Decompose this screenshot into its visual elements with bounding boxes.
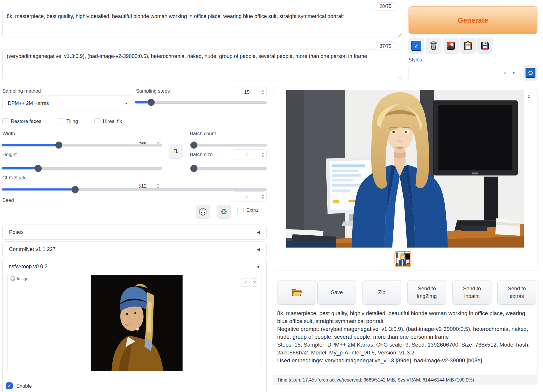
clipboard-icon xyxy=(464,41,472,50)
clear-styles-icon[interactable]: × xyxy=(501,69,509,77)
close-icon: X xyxy=(528,94,531,100)
chevron-down-icon[interactable]: ▼ xyxy=(512,71,515,75)
batch-count-slider[interactable] xyxy=(190,142,267,148)
stepper-arrows[interactable] xyxy=(261,90,264,95)
zip-button[interactable]: Zip xyxy=(362,280,401,305)
refresh-icon xyxy=(526,68,535,78)
time-taken-text: Time taken: 17.45sTorch active/reserved:… xyxy=(277,377,474,383)
arrow-down-left-icon: ↙ xyxy=(411,41,421,51)
tiling-checkbox[interactable] xyxy=(58,118,64,124)
picture-icon xyxy=(447,42,455,50)
roop-enable-checkbox[interactable]: ✓ xyxy=(6,382,13,389)
roop-image-tab: Image xyxy=(7,274,35,283)
extra-networks-button[interactable] xyxy=(443,38,459,54)
batch-count-value: 1 xyxy=(245,152,248,158)
stepper-arrows[interactable] xyxy=(261,194,264,199)
save-button[interactable]: Save xyxy=(317,280,356,305)
floppy-disk-icon xyxy=(481,42,489,50)
chevron-left-icon: ◀ xyxy=(257,230,260,234)
send-to-inpaint-button[interactable]: Send to inpaint xyxy=(452,280,491,305)
chevron-down-icon: ▼ xyxy=(256,264,260,269)
sampling-steps-slider[interactable] xyxy=(135,99,267,105)
send-to-img2img-button[interactable]: Send to img2img xyxy=(407,280,446,305)
gallery-thumbnail[interactable] xyxy=(395,251,411,267)
recycle-icon: ♻ xyxy=(220,208,227,216)
styles-label: Styles xyxy=(408,57,422,63)
batch-size-label: Batch size xyxy=(190,152,213,158)
width-slider[interactable] xyxy=(2,142,162,148)
prompt-input[interactable]: 8k, masterpiece, best quality, highly de… xyxy=(2,10,402,38)
cfg-scale-slider[interactable] xyxy=(2,186,267,193)
clear-image-button[interactable]: X xyxy=(251,278,258,287)
negative-token-counter: 37/75 xyxy=(375,42,396,50)
trash-icon xyxy=(429,41,438,50)
generation-info-text: 8k, masterpiece, best quality, highly de… xyxy=(277,309,533,364)
roop-reference-image[interactable] xyxy=(91,275,183,371)
edit-image-button[interactable] xyxy=(241,278,250,287)
roop-image-tab-label: Image xyxy=(17,276,28,281)
close-icon: X xyxy=(253,280,256,285)
chevron-left-icon: ◀ xyxy=(257,247,260,252)
close-gallery-button[interactable]: X xyxy=(525,93,533,101)
refresh-styles-button[interactable] xyxy=(523,65,537,81)
txt2img-app: 28/75 8k, masterpiece, best quality, hig… xyxy=(0,0,543,392)
sampling-steps-label: Sampling steps xyxy=(136,88,170,94)
accordion-controlnet-label: ControlNet v1.1.227 xyxy=(9,246,56,252)
prompt-token-counter: 28/75 xyxy=(375,2,396,10)
roop-enable-label[interactable]: Enable xyxy=(16,383,32,389)
batch-size-value: 1 xyxy=(245,194,248,199)
seed-label: Seed xyxy=(2,197,14,203)
apply-style-button[interactable] xyxy=(460,38,476,54)
time-taken-bar: Time taken: 17.45sTorch active/reserved:… xyxy=(273,375,537,385)
height-label: Height xyxy=(2,152,17,158)
swap-arrows-icon: ⇅ xyxy=(174,148,178,155)
batch-count-label: Batch count xyxy=(190,131,216,137)
extra-seed-label[interactable]: Extra xyxy=(246,207,258,213)
restore-faces-label[interactable]: Restore faces xyxy=(11,119,41,124)
reuse-seed-button[interactable]: ♻ xyxy=(217,205,231,219)
tiling-label[interactable]: Tiling xyxy=(66,119,78,124)
accordion-controlnet[interactable]: ControlNet v1.1.227 ◀ xyxy=(2,241,267,257)
save-style-button[interactable] xyxy=(477,38,493,54)
batch-size-input[interactable]: 1 xyxy=(233,191,267,202)
negative-prompt-input[interactable]: (verybadimagenegative_v1.3:0.9), (bad-im… xyxy=(2,50,402,80)
open-folder-button[interactable] xyxy=(277,280,316,305)
stepper-arrows[interactable] xyxy=(261,152,264,157)
hires-fix-checkbox[interactable] xyxy=(94,118,100,124)
chevron-down-icon: ▼ xyxy=(125,102,128,105)
accordion-roop[interactable]: nsfw-roop v0.0.2 ▼ xyxy=(2,259,267,274)
sampling-method-label: Sampling method xyxy=(2,88,41,94)
sampling-method-dropdown[interactable]: DPM++ 2M Karras ▼ xyxy=(2,96,133,111)
sampling-steps-value: 15 xyxy=(244,89,250,95)
styles-dropdown[interactable]: × ▼ xyxy=(408,65,521,81)
folder-icon xyxy=(292,288,302,296)
width-label: Width xyxy=(2,131,15,137)
accordion-roop-label: nsfw-roop v0.0.2 xyxy=(9,264,47,270)
swap-dimensions-button[interactable]: ⇅ xyxy=(169,144,183,159)
batch-count-input[interactable]: 1 xyxy=(233,149,267,160)
cfg-scale-label: CFG Scale xyxy=(2,175,26,181)
sampling-method-value: DPM++ 2M Karras xyxy=(8,100,49,106)
send-to-extras-button[interactable]: Send to extras xyxy=(497,280,536,305)
random-seed-button[interactable] xyxy=(196,205,210,219)
dice-icon xyxy=(199,208,207,216)
paste-generation-params-button[interactable]: ↙ xyxy=(408,38,424,54)
generate-button[interactable]: Generate xyxy=(408,6,537,34)
clear-prompt-button[interactable] xyxy=(426,38,441,54)
gallery-thumbnail-image xyxy=(396,252,410,266)
pencil-icon xyxy=(243,280,247,285)
restore-faces-checkbox[interactable] xyxy=(2,118,8,124)
extra-seed-checkbox[interactable] xyxy=(237,207,244,213)
accordion-posex[interactable]: Posex ◀ xyxy=(2,225,267,240)
height-slider[interactable] xyxy=(2,165,162,171)
accordion-posex-label: Posex xyxy=(9,229,24,235)
image-placeholder-icon xyxy=(10,276,15,281)
hires-fix-label[interactable]: Hires. fix xyxy=(103,119,122,124)
sampling-steps-input[interactable]: 15 xyxy=(233,87,267,97)
generated-image[interactable] xyxy=(286,90,524,248)
batch-size-slider[interactable] xyxy=(190,165,267,171)
